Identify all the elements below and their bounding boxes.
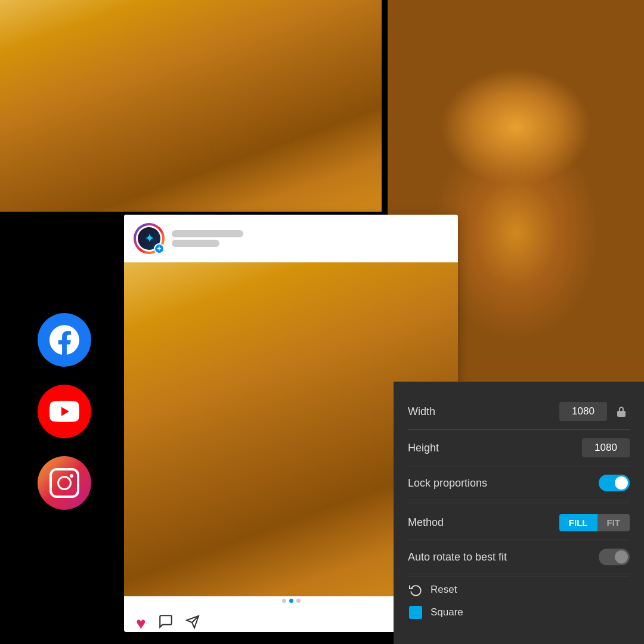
method-buttons: FILL FIT bbox=[559, 514, 630, 531]
divider-2 bbox=[408, 577, 630, 577]
share-icon[interactable] bbox=[185, 615, 200, 633]
profile-avatar: ✦ + bbox=[134, 223, 165, 254]
auto-rotate-toggle[interactable] bbox=[599, 549, 630, 565]
lock-proportions-label: Lock proportions bbox=[408, 477, 487, 490]
card-header: ✦ + bbox=[124, 215, 458, 262]
lock-proportions-toggle[interactable] bbox=[599, 475, 630, 491]
top-left-dog-image bbox=[0, 0, 382, 212]
facebook-icon[interactable] bbox=[38, 313, 91, 367]
lock-icon bbox=[613, 403, 630, 420]
bottom-actions: Reset Square bbox=[408, 582, 630, 620]
height-value-box bbox=[582, 438, 630, 457]
method-label: Method bbox=[408, 516, 444, 529]
reset-label: Reset bbox=[431, 584, 457, 596]
square-label: Square bbox=[431, 606, 463, 618]
height-label: Height bbox=[408, 442, 439, 454]
lock-proportions-row: Lock proportions bbox=[408, 466, 630, 500]
svg-rect-2 bbox=[617, 411, 626, 417]
auto-rotate-label: Auto rotate to best fit bbox=[408, 551, 507, 564]
method-row: Method FILL FIT bbox=[408, 506, 630, 540]
reset-action[interactable]: Reset bbox=[408, 582, 630, 597]
instagram-icon[interactable] bbox=[38, 456, 91, 510]
width-row: Width bbox=[408, 394, 630, 430]
plus-badge: + bbox=[154, 243, 165, 254]
dot-1 bbox=[282, 599, 286, 603]
username-bar-short bbox=[172, 240, 219, 247]
fill-button[interactable]: FILL bbox=[559, 514, 597, 531]
lock-proportions-knob bbox=[615, 476, 628, 490]
width-label: Width bbox=[408, 405, 435, 418]
username-bar-long bbox=[172, 230, 243, 237]
auto-rotate-row: Auto rotate to best fit bbox=[408, 540, 630, 574]
comment-icon[interactable] bbox=[158, 614, 174, 632]
youtube-icon[interactable] bbox=[38, 385, 91, 438]
width-input[interactable] bbox=[559, 402, 607, 421]
height-row: Height bbox=[408, 430, 630, 466]
auto-rotate-knob bbox=[615, 550, 628, 564]
divider-1 bbox=[408, 503, 630, 503]
square-action[interactable]: Square bbox=[408, 605, 630, 620]
settings-panel: Width Height Lock proportions Method F bbox=[394, 382, 644, 644]
username-block bbox=[172, 230, 243, 247]
square-icon bbox=[408, 605, 423, 620]
instagram-inner bbox=[49, 468, 79, 498]
social-sidebar bbox=[0, 212, 128, 644]
reset-icon bbox=[408, 582, 423, 597]
heart-icon[interactable]: ♥ bbox=[136, 614, 146, 633]
dot-3 bbox=[296, 599, 301, 603]
square-color-box bbox=[409, 606, 422, 619]
height-input[interactable] bbox=[582, 438, 630, 457]
dot-2 bbox=[289, 599, 293, 603]
width-value-box bbox=[559, 402, 630, 421]
fit-button[interactable]: FIT bbox=[597, 514, 630, 531]
